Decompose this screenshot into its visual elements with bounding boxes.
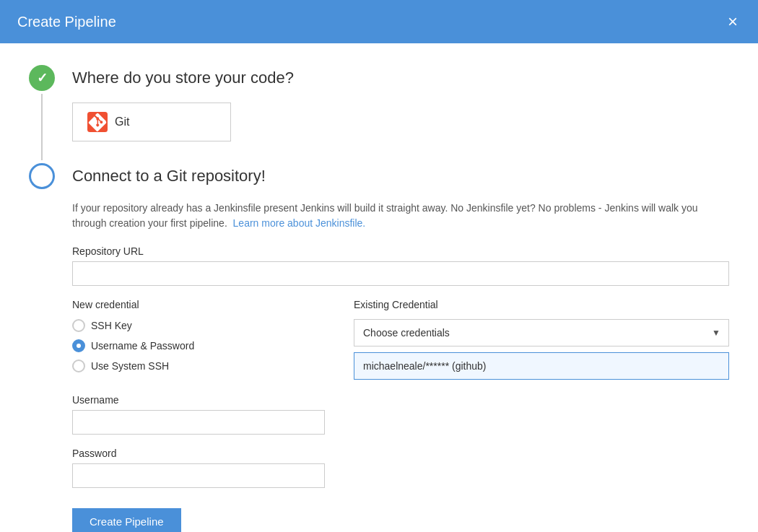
repository-url-label: Repository URL [72,245,729,257]
credential-suggestion[interactable]: michaelneale/****** (github) [354,352,729,380]
new-credential-label: New credential [72,299,325,310]
existing-credential-section: Existing Credential Choose credentials m… [354,299,729,380]
repository-url-group: Repository URL [72,245,729,286]
step-1-line [41,94,43,160]
checkmark-icon: ✓ [37,70,48,86]
credentials-select[interactable]: Choose credentials michaelneale/****** (… [354,319,729,346]
credentials-row: New credential SSH Key Username & Passwo… [72,299,729,380]
step-2: Connect to a Git repository! If your rep… [29,163,729,532]
username-password-radio[interactable] [72,339,85,352]
create-pipeline-button[interactable]: Create Pipeline [72,508,181,532]
new-credential-section: New credential SSH Key Username & Passwo… [72,299,325,380]
credential-radio-group: SSH Key Username & Password Use System S… [72,319,325,372]
step-2-content: Connect to a Git repository! If your rep… [72,163,729,532]
step-1-content: Where do you store your code? Git [72,65,729,163]
step-1: ✓ Where do you store your code? Git [29,65,729,163]
learn-more-link[interactable]: Learn more about Jenkinsfile. [233,217,366,229]
modal-body: ✓ Where do you store your code? Git [0,43,758,532]
username-password-label: Username & Password [91,340,194,352]
repository-url-input[interactable] [72,261,729,286]
ssh-key-radio-label[interactable]: SSH Key [72,319,325,332]
modal-header: Create Pipeline × [0,0,758,43]
use-system-ssh-radio-label[interactable]: Use System SSH [72,359,325,372]
password-input[interactable] [72,463,325,488]
step-2-title: Connect to a Git repository! [72,163,729,189]
password-label: Password [72,448,729,459]
ssh-key-label: SSH Key [91,320,132,331]
step-1-title: Where do you store your code? [72,65,729,91]
existing-credential-label: Existing Credential [354,299,729,310]
use-system-ssh-radio[interactable] [72,359,85,372]
step-2-circle [29,163,55,189]
git-button[interactable]: Git [72,103,231,141]
steps-container: ✓ Where do you store your code? Git [29,65,729,532]
active-dot [38,173,45,180]
username-password-radio-label[interactable]: Username & Password [72,339,325,352]
credentials-select-wrapper: Choose credentials michaelneale/****** (… [354,319,729,346]
close-button[interactable]: × [725,10,741,33]
step-1-indicator: ✓ [29,65,55,163]
username-password-fields: Username Password [72,394,729,488]
ssh-key-radio[interactable] [72,319,85,332]
step-1-circle: ✓ [29,65,55,91]
git-label: Git [115,115,129,128]
use-system-ssh-label: Use System SSH [91,360,169,372]
create-pipeline-modal: Create Pipeline × ✓ Where do you store y… [0,0,758,532]
username-input[interactable] [72,410,325,435]
step-2-description: If your repository already has a Jenkins… [72,201,729,231]
username-label: Username [72,394,729,406]
step-2-indicator [29,163,55,532]
modal-title: Create Pipeline [17,14,116,30]
username-group: Username [72,394,729,435]
git-icon [87,112,108,132]
password-group: Password [72,448,729,488]
